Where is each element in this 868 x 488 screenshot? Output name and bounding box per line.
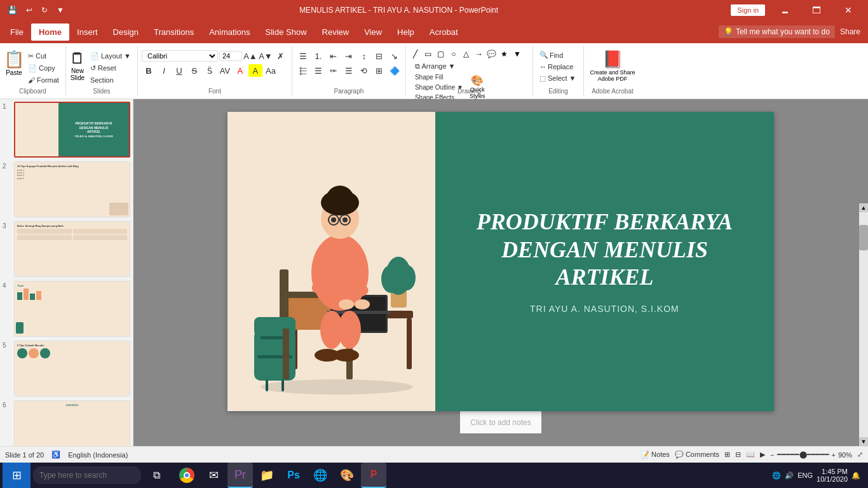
reset-button[interactable]: ↺ Reset — [88, 63, 133, 74]
slide-thumb-5[interactable]: 5 5 Tips Terbaik Menulis — [3, 341, 130, 396]
taskbar-notification-icon[interactable]: 🔔 — [851, 471, 860, 480]
notes-bar[interactable]: Click to add notes — [460, 411, 541, 433]
zoom-out-btn[interactable]: − — [770, 451, 774, 459]
increase-indent-btn[interactable]: ⇥ — [342, 50, 356, 62]
paste-button[interactable]: 📋 Paste — [4, 50, 24, 76]
minimize-button[interactable]: 🗕 — [770, 1, 799, 20]
text-direction-btn[interactable]: ⟲ — [357, 64, 371, 77]
find-button[interactable]: 🔍 Find — [537, 50, 580, 60]
tab-animations[interactable]: Animations — [201, 24, 257, 41]
increase-font-btn[interactable]: A▲ — [243, 50, 257, 62]
align-text-btn[interactable]: ⊞ — [372, 64, 386, 77]
bullets-btn[interactable]: ☰ — [296, 50, 310, 62]
taskbar-chrome-icon[interactable] — [174, 463, 200, 488]
clear-format-btn[interactable]: ✗ — [274, 50, 288, 62]
quick-styles-button[interactable]: 🎨 Quick Styles — [470, 74, 485, 99]
decrease-indent-btn[interactable]: ⇤ — [327, 50, 341, 62]
tab-slideshow[interactable]: Slide Show — [257, 24, 314, 41]
taskbar-mail-icon[interactable]: ✉ — [201, 463, 226, 488]
shape-star[interactable]: ★ — [499, 48, 510, 60]
share-button[interactable]: Share — [840, 27, 860, 36]
reading-view-btn[interactable]: 📖 — [746, 451, 755, 459]
text-highlight-btn[interactable]: A — [248, 64, 262, 77]
layout-button[interactable]: 📄 Layout ▼ — [88, 51, 133, 62]
shape-arrow[interactable]: → — [473, 48, 485, 60]
slide-thumb-3[interactable]: 3 Buku: Strategi Blog Sampai yang Baik — [3, 221, 130, 277]
slide-thumb-4[interactable]: 4 Topik — [3, 281, 130, 337]
shape-rounded-rect[interactable]: ▢ — [435, 48, 447, 60]
tab-acrobat[interactable]: Acrobat — [422, 24, 466, 41]
char-spacing-btn[interactable]: AV — [218, 64, 232, 77]
font-size-label-btn[interactable]: Aa — [264, 64, 278, 77]
italic-button[interactable]: I — [157, 64, 171, 77]
shape-fill-button[interactable]: Shape Fill — [412, 72, 466, 82]
comments-button[interactable]: 💬 Comments — [675, 451, 719, 459]
slide-thumb-2[interactable]: 2 10 Tips Supaya Produktif Menulis Artik… — [3, 161, 130, 217]
taskbar-folder-icon[interactable]: 📁 — [254, 463, 280, 488]
underline-button[interactable]: U — [172, 64, 186, 77]
zoom-in-btn[interactable]: + — [832, 451, 836, 459]
tab-home[interactable]: Home — [31, 24, 69, 41]
tab-file[interactable]: File — [3, 24, 31, 41]
more-para-btn[interactable]: ↘ — [388, 50, 402, 62]
tab-transitions[interactable]: Transitions — [146, 24, 201, 41]
shape-line[interactable]: ╱ — [410, 48, 421, 60]
align-left-btn[interactable]: ⬱ — [296, 64, 310, 77]
zoom-slider[interactable]: ━━━━━⬤━━━━━ — [777, 451, 829, 459]
scroll-up-arrow[interactable]: ▲ — [859, 203, 868, 212]
shape-callout[interactable]: 💬 — [486, 48, 498, 60]
convert-smartart-btn[interactable]: 🔷 — [388, 64, 402, 77]
tab-design[interactable]: Design — [105, 24, 146, 41]
slide-canvas[interactable]: Produktif Berkarya dengan Menulis Artike… — [227, 112, 774, 411]
start-button[interactable]: ⊞ — [3, 463, 31, 488]
font-size-input[interactable] — [219, 51, 242, 61]
copy-button[interactable]: 📄 Copy — [25, 63, 62, 74]
justify-btn[interactable]: ☰ — [342, 64, 356, 77]
undo-icon[interactable]: ↩ — [24, 4, 35, 16]
shape-rect[interactable]: ▭ — [423, 48, 434, 60]
section-button[interactable]: Section — [88, 75, 133, 85]
taskbar-paint-icon[interactable]: 🎨 — [334, 463, 360, 488]
tell-me-search[interactable]: 💡 Tell me what you want to do — [719, 25, 835, 38]
task-view-btn[interactable]: ⧉ — [144, 463, 169, 488]
taskbar-web-icon[interactable]: 🌐 — [308, 463, 333, 488]
shape-circle[interactable]: ○ — [448, 48, 459, 60]
taskbar-premiere-icon[interactable]: Pr — [227, 463, 253, 488]
slide-sorter-btn[interactable]: ⊟ — [735, 451, 741, 459]
taskbar-ppt-icon[interactable]: P — [361, 463, 386, 488]
maximize-button[interactable]: 🗖 — [802, 1, 831, 20]
numbering-btn[interactable]: 1. — [311, 50, 325, 62]
redo-icon[interactable]: ↻ — [39, 4, 50, 16]
arrange-button[interactable]: ⧉ Arrange ▼ — [412, 61, 466, 72]
strikethrough-button[interactable]: S — [187, 64, 201, 77]
shape-more[interactable]: ▼ — [512, 48, 523, 60]
accessibility-icon[interactable]: ♿ — [51, 451, 60, 459]
taskbar-network-icon[interactable]: 🌐 — [772, 471, 781, 480]
taskbar-search-input[interactable] — [33, 466, 141, 484]
taskbar-ps-icon[interactable]: Ps — [281, 463, 306, 488]
align-right-btn[interactable]: ⬰ — [327, 64, 341, 77]
tab-help[interactable]: Help — [390, 24, 422, 41]
save-icon[interactable]: 💾 — [5, 4, 20, 16]
customize-icon[interactable]: ▼ — [54, 4, 67, 16]
notes-button[interactable]: 📝 Notes — [641, 451, 670, 459]
decrease-font-btn[interactable]: A▼ — [259, 50, 273, 62]
tab-view[interactable]: View — [356, 24, 390, 41]
shape-triangle[interactable]: △ — [461, 48, 472, 60]
new-slide-button[interactable]: 🗒 New Slide — [70, 50, 85, 81]
cut-button[interactable]: ✂ Cut — [25, 51, 62, 62]
align-center-btn[interactable]: ☰ — [311, 64, 325, 77]
font-color-btn[interactable]: A — [233, 64, 247, 77]
line-spacing-btn[interactable]: ↕ — [357, 50, 371, 62]
bold-button[interactable]: B — [142, 64, 156, 77]
columns-btn[interactable]: ⊟ — [372, 50, 386, 62]
taskbar-volume-icon[interactable]: 🔊 — [785, 471, 794, 480]
replace-button[interactable]: ↔ Replace — [537, 62, 580, 72]
slide-thumb-1[interactable]: 1 PRODUKTIF BERKARYADENGAN MENULISARTIKE… — [3, 102, 130, 158]
scroll-down-arrow[interactable]: ▼ — [859, 437, 868, 446]
normal-view-btn[interactable]: ⊞ — [724, 451, 730, 459]
tab-insert[interactable]: Insert — [69, 24, 105, 41]
close-button[interactable]: ✕ — [834, 1, 863, 20]
font-family-select[interactable]: Calibri — [142, 50, 218, 62]
fit-slide-btn[interactable]: ⤢ — [857, 451, 863, 459]
